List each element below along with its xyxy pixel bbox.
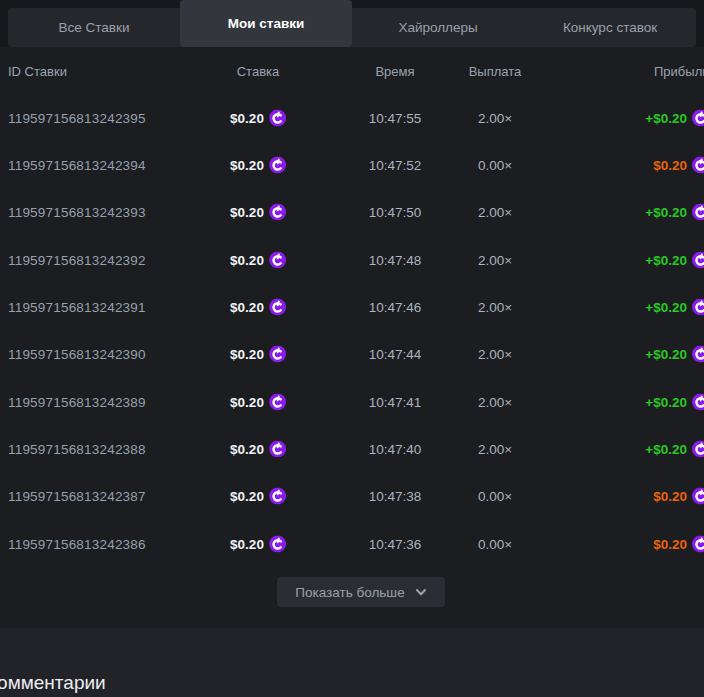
- coin-icon: [269, 251, 286, 268]
- table-row[interactable]: 119597156813242389 $0.20 10:47:41 2.00× …: [0, 378, 704, 425]
- time-cell: 10:47:38: [369, 489, 422, 504]
- profit-amount: $0.20: [653, 489, 687, 504]
- coin-icon: [269, 441, 286, 458]
- header-profit: Прибыль: [654, 63, 704, 78]
- coin-icon: [692, 109, 704, 126]
- bet-id-cell: 119597156813242391: [8, 300, 146, 315]
- coin-icon: [269, 204, 286, 221]
- time-cell: 10:47:46: [369, 300, 422, 315]
- tab-all-bets[interactable]: Все Ставки: [8, 8, 180, 47]
- header-bet: Ставка: [237, 63, 280, 78]
- bets-panel: ID Ставки Ставка Время Выплата Прибыль 1…: [0, 47, 704, 628]
- show-more-button[interactable]: Показать больше: [277, 577, 444, 607]
- payout-cell: 2.00×: [478, 347, 512, 362]
- profit-cell: $0.20: [653, 488, 704, 505]
- payout-cell: 2.00×: [478, 205, 512, 220]
- bets-page: Все Ставки Мои ставки Хайроллеры Конкурс…: [0, 0, 704, 697]
- time-cell: 10:47:40: [369, 442, 422, 457]
- bet-id-cell: 119597156813242392: [8, 252, 146, 267]
- bet-id-cell: 119597156813242395: [8, 110, 146, 125]
- payout-cell: 0.00×: [478, 536, 512, 551]
- comments-section: Комментарии: [0, 628, 704, 697]
- tab-bet-contest[interactable]: Конкурс ставок: [524, 8, 696, 47]
- profit-amount: +$0.20: [645, 300, 687, 315]
- table-row[interactable]: 119597156813242392 $0.20 10:47:48 2.00× …: [0, 236, 704, 283]
- coin-icon: [692, 441, 704, 458]
- bet-amount: $0.20: [230, 205, 264, 220]
- bet-id-cell: 119597156813242386: [8, 536, 146, 551]
- payout-cell: 2.00×: [478, 252, 512, 267]
- coin-icon: [692, 393, 704, 410]
- bet-amount: $0.20: [230, 300, 264, 315]
- bet-amount: $0.20: [230, 394, 264, 409]
- tabbar-wrap: Все Ставки Мои ставки Хайроллеры Конкурс…: [0, 0, 704, 47]
- profit-amount: +$0.20: [645, 394, 687, 409]
- table-row[interactable]: 119597156813242386 $0.20 10:47:36 0.00× …: [0, 520, 704, 567]
- bet-amount-cell: $0.20: [230, 204, 286, 221]
- coin-icon: [269, 299, 286, 316]
- coin-icon: [692, 299, 704, 316]
- profit-amount: +$0.20: [645, 252, 687, 267]
- time-cell: 10:47:41: [369, 394, 422, 409]
- coin-icon: [692, 204, 704, 221]
- bet-amount-cell: $0.20: [230, 441, 286, 458]
- profit-amount: $0.20: [653, 158, 687, 173]
- bets-tabbar: Все Ставки Мои ставки Хайроллеры Конкурс…: [8, 8, 696, 47]
- profit-cell: +$0.20: [645, 346, 704, 363]
- table-row[interactable]: 119597156813242391 $0.20 10:47:46 2.00× …: [0, 283, 704, 330]
- bets-table-body: 119597156813242395 $0.20 10:47:55 2.00× …: [0, 94, 704, 567]
- bet-id-cell: 119597156813242389: [8, 394, 146, 409]
- bet-amount-cell: $0.20: [230, 109, 286, 126]
- bet-id-cell: 119597156813242394: [8, 158, 146, 173]
- table-row[interactable]: 119597156813242387 $0.20 10:47:38 0.00× …: [0, 473, 704, 520]
- bet-amount: $0.20: [230, 252, 264, 267]
- chevron-down-icon: [415, 586, 427, 598]
- time-cell: 10:47:44: [369, 347, 422, 362]
- table-row[interactable]: 119597156813242390 $0.20 10:47:44 2.00× …: [0, 331, 704, 378]
- profit-amount: +$0.20: [645, 347, 687, 362]
- profit-cell: $0.20: [653, 535, 704, 552]
- table-row[interactable]: 119597156813242388 $0.20 10:47:40 2.00× …: [0, 425, 704, 472]
- tab-high-rollers[interactable]: Хайроллеры: [352, 8, 524, 47]
- payout-cell: 2.00×: [478, 442, 512, 457]
- bet-amount-cell: $0.20: [230, 157, 286, 174]
- bet-amount-cell: $0.20: [230, 346, 286, 363]
- coin-icon: [692, 346, 704, 363]
- tab-my-bets[interactable]: Мои ставки: [180, 0, 352, 47]
- coin-icon: [269, 346, 286, 363]
- profit-cell: +$0.20: [645, 393, 704, 410]
- time-cell: 10:47:48: [369, 252, 422, 267]
- profit-cell: +$0.20: [645, 441, 704, 458]
- time-cell: 10:47:52: [369, 158, 422, 173]
- table-row[interactable]: 119597156813242394 $0.20 10:47:52 0.00× …: [0, 141, 704, 188]
- table-row[interactable]: 119597156813242393 $0.20 10:47:50 2.00× …: [0, 189, 704, 236]
- bet-amount-cell: $0.20: [230, 488, 286, 505]
- bet-amount: $0.20: [230, 536, 264, 551]
- coin-icon: [692, 251, 704, 268]
- payout-cell: 2.00×: [478, 110, 512, 125]
- coin-icon: [692, 157, 704, 174]
- coin-icon: [269, 109, 286, 126]
- payout-cell: 2.00×: [478, 300, 512, 315]
- bet-amount: $0.20: [230, 347, 264, 362]
- table-row[interactable]: 119597156813242395 $0.20 10:47:55 2.00× …: [0, 94, 704, 141]
- profit-cell: +$0.20: [645, 299, 704, 316]
- bet-id-cell: 119597156813242388: [8, 442, 146, 457]
- bet-amount: $0.20: [230, 158, 264, 173]
- bet-amount-cell: $0.20: [230, 535, 286, 552]
- show-more-row: Показать больше: [0, 567, 704, 628]
- header-time: Время: [375, 63, 414, 78]
- profit-amount: +$0.20: [645, 205, 687, 220]
- header-payout: Выплата: [469, 63, 522, 78]
- comments-title: Комментарии: [0, 672, 106, 694]
- coin-icon: [692, 535, 704, 552]
- coin-icon: [692, 488, 704, 505]
- bet-amount: $0.20: [230, 489, 264, 504]
- profit-cell: +$0.20: [645, 251, 704, 268]
- table-header: ID Ставки Ставка Время Выплата Прибыль: [0, 47, 704, 94]
- coin-icon: [269, 488, 286, 505]
- profit-amount: +$0.20: [645, 442, 687, 457]
- header-bet-id: ID Ставки: [8, 63, 67, 78]
- show-more-label: Показать больше: [295, 585, 404, 600]
- payout-cell: 0.00×: [478, 158, 512, 173]
